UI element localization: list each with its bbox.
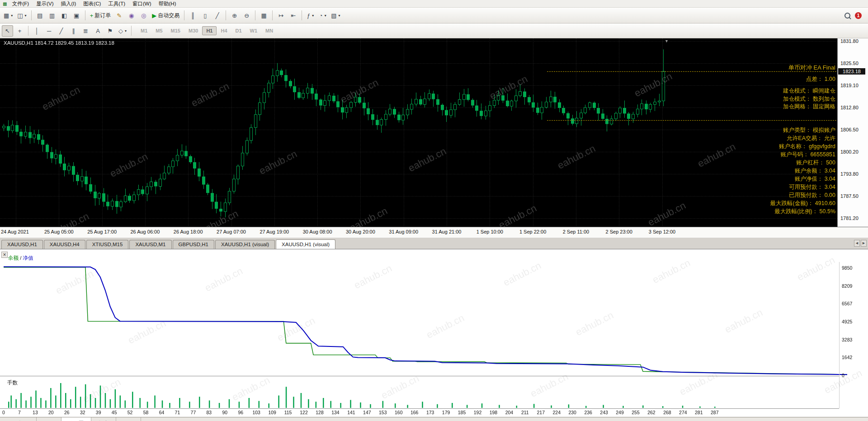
chart-shift-button[interactable]: ⇤ bbox=[288, 10, 299, 21]
arrows-tool-button[interactable]: ⚑ bbox=[104, 25, 116, 37]
equity-axis-label: 0 bbox=[842, 373, 865, 378]
chart-tab-4[interactable]: GBPUSD,H1 bbox=[173, 240, 214, 249]
timeframe-m30-button[interactable]: M30 bbox=[184, 26, 202, 35]
cursor-button[interactable]: ↖ bbox=[2, 25, 13, 37]
auto-scroll-button[interactable]: ↦ bbox=[275, 10, 287, 21]
bar-chart-mode-button[interactable]: ║ bbox=[187, 10, 198, 21]
text-label-button[interactable]: A bbox=[92, 25, 104, 37]
menu-item-6[interactable]: 帮助(H) bbox=[155, 1, 180, 6]
timeframe-m1-button[interactable]: M1 bbox=[137, 26, 151, 35]
drawing-toolbar: ↖+│─╱∥≣A⚑◇▾ M1M5M15M30H1H4D1W1MN bbox=[0, 23, 868, 38]
terminal-icon: ▣ bbox=[74, 12, 79, 19]
fibonacci-retracement-button[interactable]: ≣ bbox=[80, 25, 91, 37]
zoom-out-button[interactable]: ⊖ bbox=[241, 10, 252, 21]
notification-badge[interactable]: 1 bbox=[855, 12, 862, 19]
menu-item-2[interactable]: 插入(I) bbox=[57, 1, 80, 6]
horizontal-line-button[interactable]: ─ bbox=[43, 25, 55, 37]
menu-item-0[interactable]: 文件(F) bbox=[8, 1, 33, 6]
toolbar-separator bbox=[85, 10, 85, 20]
dropdown-caret-icon[interactable]: ▾ bbox=[25, 14, 27, 18]
menu-item-5[interactable]: 窗口(W) bbox=[129, 1, 155, 6]
time-axis-label: 26 Aug 18:00 bbox=[168, 229, 208, 234]
time-axis-label: 1 Sep 10:00 bbox=[469, 229, 510, 234]
time-axis-label: 27 Aug 19:00 bbox=[254, 229, 295, 234]
tab-scroll-right-button[interactable]: ► bbox=[861, 240, 867, 247]
time-axis[interactable]: 24 Aug 202125 Aug 05:0025 Aug 17:0026 Au… bbox=[0, 227, 868, 237]
new-order-button[interactable]: +新订单 bbox=[88, 10, 113, 21]
dropdown-caret-icon[interactable]: ▾ bbox=[11, 14, 13, 18]
periods-icon: ◔ bbox=[319, 12, 323, 19]
trendline-button[interactable]: ╱ bbox=[56, 25, 67, 37]
dropdown-caret-icon[interactable]: ▾ bbox=[125, 29, 127, 33]
chart-tab-5[interactable]: XAUUSD,H1 (visual) bbox=[215, 240, 275, 249]
legend-separator: / bbox=[19, 255, 23, 261]
timeframe-h4-button[interactable]: H4 bbox=[217, 26, 231, 35]
dropdown-caret-icon[interactable]: ▾ bbox=[312, 14, 314, 18]
timeframe-m15-button[interactable]: M15 bbox=[167, 26, 184, 35]
toolbar-separator bbox=[302, 10, 302, 20]
metaeditor-button[interactable]: ✎ bbox=[113, 10, 125, 21]
toolbar-separator bbox=[31, 10, 32, 20]
chart-tab-1[interactable]: XAUUSD,H4 bbox=[44, 240, 85, 249]
tester-tab-2[interactable]: 净值图 bbox=[61, 417, 91, 421]
crosshair-icon: + bbox=[18, 28, 22, 34]
price-axis-label: 1831.80 bbox=[838, 38, 868, 44]
periods-button[interactable]: ◔▾ bbox=[317, 10, 328, 21]
chart-tab-2[interactable]: XTIUSD,M15 bbox=[86, 240, 129, 249]
chart-shift-marker-icon: ▼ bbox=[665, 39, 669, 43]
candlestick-mode-button[interactable]: ▯ bbox=[199, 10, 211, 21]
timeframe-mn-button[interactable]: MN bbox=[261, 26, 277, 35]
line-chart-mode-button[interactable]: ╱ bbox=[212, 10, 223, 21]
tab-scroll-left-button[interactable]: ◄ bbox=[854, 240, 860, 247]
price-scale[interactable]: 1823.18 1831.801825.501819.101812.801806… bbox=[837, 38, 868, 227]
dropdown-caret-icon[interactable]: ▾ bbox=[339, 14, 340, 18]
market-watch-button[interactable]: ▤ bbox=[34, 10, 46, 21]
equidistant-channel-button[interactable]: ∥ bbox=[68, 25, 79, 37]
shapes-button[interactable]: ◇▾ bbox=[117, 25, 128, 37]
timeframe-d1-button[interactable]: D1 bbox=[231, 26, 246, 35]
templates-button[interactable]: ▧▾ bbox=[329, 10, 342, 21]
new-chart-button[interactable]: ▦▾ bbox=[2, 10, 14, 21]
new-order-label: 新订单 bbox=[94, 12, 111, 19]
auto-trading-button[interactable]: ▶自动交易 bbox=[150, 10, 181, 21]
timeframe-w1-button[interactable]: W1 bbox=[246, 26, 262, 35]
price-chart-canvas[interactable] bbox=[0, 38, 838, 227]
mql5-community-button[interactable]: ◉ bbox=[126, 10, 137, 21]
data-window-button[interactable]: ▥ bbox=[47, 10, 58, 21]
zoom-in-button[interactable]: ⊕ bbox=[229, 10, 240, 21]
close-tester-button[interactable]: × bbox=[1, 252, 8, 258]
timeframe-m5-button[interactable]: M5 bbox=[151, 26, 166, 35]
tester-legend: 余额 / 净值 bbox=[8, 255, 33, 262]
tester-tab-0[interactable]: 设置 bbox=[12, 417, 37, 421]
crosshair-button[interactable]: + bbox=[14, 25, 25, 37]
profiles-button[interactable]: ◫▾ bbox=[15, 10, 28, 21]
timeframe-h1-button[interactable]: H1 bbox=[202, 26, 217, 35]
navigator-button[interactable]: ◧ bbox=[59, 10, 70, 21]
tester-chart-canvas[interactable] bbox=[0, 249, 868, 421]
chart-tab-3[interactable]: XAUUSD,M1 bbox=[129, 240, 171, 249]
tester-tab-1[interactable]: 结果 bbox=[37, 417, 61, 421]
tile-windows-button[interactable]: ▦ bbox=[258, 10, 269, 21]
line-chart-mode-icon: ╱ bbox=[216, 12, 219, 19]
menu-item-4[interactable]: 工具(T) bbox=[104, 1, 129, 6]
horizontal-line-icon: ─ bbox=[47, 28, 51, 34]
indicators-button[interactable]: ƒ▾ bbox=[305, 10, 316, 21]
chart-tab-6[interactable]: XAUUSD,H1 (visual) bbox=[276, 239, 335, 249]
tester-panel: × 余额 / 净值 手数 设置结果净值图报告日志 eahub.cneahub.c… bbox=[0, 249, 868, 421]
search-icon[interactable] bbox=[844, 13, 850, 19]
menu-item-3[interactable]: 图表(C) bbox=[80, 1, 104, 6]
chart-tab-0[interactable]: XAUUSD,H1 bbox=[1, 240, 43, 249]
terminal-button[interactable]: ▣ bbox=[71, 10, 82, 21]
market-button[interactable]: ◎ bbox=[138, 10, 149, 21]
price-chart-window[interactable]: XAUUSD,H1 1814.72 1829.45 1813.19 1823.1… bbox=[0, 38, 868, 227]
ea-grid-line bbox=[547, 71, 836, 72]
equity-axis-label: 1642 bbox=[842, 355, 865, 360]
equity-axis-label: 3283 bbox=[842, 337, 865, 342]
menu-item-1[interactable]: 显示(V) bbox=[33, 1, 57, 6]
price-axis-label: 1787.50 bbox=[838, 193, 868, 199]
tester-tab-4[interactable]: 日志 bbox=[116, 417, 141, 421]
tester-tab-3[interactable]: 报告 bbox=[91, 417, 116, 421]
vertical-line-button[interactable]: │ bbox=[31, 25, 42, 37]
dropdown-caret-icon[interactable]: ▾ bbox=[325, 14, 326, 18]
toolbar-separator bbox=[226, 10, 226, 20]
